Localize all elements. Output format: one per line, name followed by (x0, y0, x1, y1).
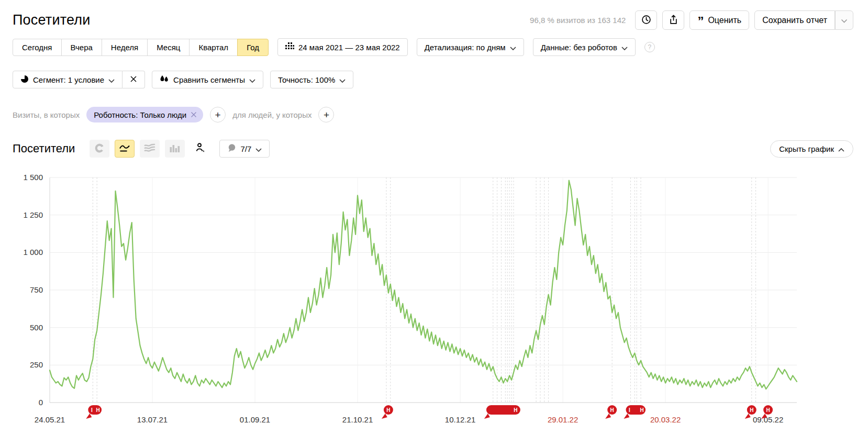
svg-text:Н: Н (750, 407, 753, 413)
date-range-button[interactable]: 24 мая 2021 — 23 мая 2022 (277, 38, 408, 56)
compare-segments-dropdown[interactable]: Сравнить сегменты (152, 71, 263, 88)
pie-segment-icon (20, 75, 29, 85)
period-tab-3[interactable]: Неделя (102, 39, 148, 56)
segment-row: Сегмент: 1 условие Сравнить сегменты Точ… (0, 71, 868, 88)
chart-svg: 02505007501 0001 2501 50024.05.2113.07.2… (0, 171, 868, 429)
columns-chart-icon (170, 144, 180, 154)
period-tab-1[interactable]: Сегодня (13, 39, 62, 56)
stacked-area-type-button[interactable] (140, 140, 160, 158)
chevron-up-icon (838, 144, 844, 153)
chevron-down-icon (621, 43, 628, 52)
feedback-quotes-icon: ” (697, 19, 704, 24)
chart-header-row: Посетители (0, 140, 868, 158)
accuracy-dropdown[interactable]: Точность: 100% (270, 71, 353, 88)
visitors-map-button[interactable] (190, 140, 210, 158)
svg-text:1 250: 1 250 (23, 210, 43, 219)
svg-text:250: 250 (30, 360, 43, 369)
line-chart-type-button[interactable] (115, 140, 135, 158)
svg-text:І: І (91, 407, 93, 413)
stacked-area-icon (144, 143, 155, 154)
help-icon[interactable]: ? (644, 42, 655, 52)
for-people-label: для людей, у которых (232, 110, 311, 119)
svg-text:09.05.22: 09.05.22 (753, 415, 783, 424)
speech-bubble-icon (227, 144, 236, 154)
date-range-label: 24 мая 2021 — 23 мая 2022 (298, 43, 400, 52)
rate-button-label: Оценить (708, 16, 741, 25)
svg-text:20.03.22: 20.03.22 (650, 415, 681, 424)
accuracy-label: Точность: 100% (278, 75, 335, 84)
svg-text:24.05.21: 24.05.21 (35, 415, 65, 424)
save-report-button[interactable]: Сохранить отчет (754, 10, 835, 30)
detalization-dropdown[interactable]: Детализация: по дням (417, 38, 524, 56)
rate-button[interactable]: ” Оценить (689, 10, 749, 30)
svg-text:21.10.21: 21.10.21 (342, 415, 373, 424)
close-icon (130, 75, 137, 84)
data-mode-dropdown[interactable]: Данные: без роботов (533, 38, 636, 56)
period-tab-2[interactable]: Вчера (61, 39, 102, 56)
period-tab-5[interactable]: Квартал (189, 39, 238, 56)
columns-chart-type-button[interactable] (165, 140, 185, 158)
drops-compare-icon (160, 75, 169, 85)
svg-text:Н: Н (766, 407, 770, 413)
robotness-filter-pill[interactable]: Роботность: Только люди (86, 107, 203, 122)
svg-text:1 000: 1 000 (23, 248, 43, 257)
detalization-label: Детализация: по дням (425, 43, 506, 52)
svg-text:1 500: 1 500 (23, 173, 43, 182)
visitors-report-page: Посетители 96,8 % визитов из 163 142 ” О… (0, 0, 868, 446)
svg-text:Н: Н (386, 407, 390, 413)
svg-text:500: 500 (30, 323, 43, 332)
chevron-down-icon (339, 75, 346, 84)
top-bar-actions: 96,8 % визитов из 163 142 ” Оценить Сохр… (530, 10, 853, 30)
period-tabs: СегодняВчераНеделяМесяцКварталГод (13, 39, 269, 56)
svg-text:Н: Н (640, 407, 643, 413)
save-report-menu-button[interactable] (835, 10, 853, 30)
history-button[interactable] (635, 10, 657, 30)
sampling-stats: 96,8 % визитов из 163 142 (530, 16, 626, 25)
svg-text:Н: Н (96, 407, 100, 413)
hide-chart-label: Скрыть график (779, 144, 834, 153)
visits-in-which-label: Визиты, в которых (13, 110, 80, 119)
svg-text:Н: Н (514, 407, 517, 413)
segment-dropdown[interactable]: Сегмент: 1 условие (13, 71, 123, 88)
add-visit-condition-button[interactable]: + (210, 107, 226, 122)
segment-split-button: Сегмент: 1 условие (13, 71, 145, 88)
chevron-down-icon (108, 75, 115, 84)
svg-text:29.01.22: 29.01.22 (548, 415, 578, 424)
compare-segments-label: Сравнить сегменты (173, 75, 245, 84)
filters-row: Визиты, в которых Роботность: Только люд… (0, 107, 868, 122)
visitors-line-chart[interactable]: 02505007501 0001 2501 50024.05.2113.07.2… (0, 171, 868, 431)
svg-text:13.07.21: 13.07.21 (137, 415, 168, 424)
chevron-down-icon (841, 16, 848, 25)
remove-filter-icon[interactable] (191, 112, 197, 118)
donut-chart-type-button[interactable] (90, 140, 109, 158)
period-tab-4[interactable]: Месяц (147, 39, 190, 56)
segment-clear-button[interactable] (123, 71, 145, 88)
person-pin-icon (196, 143, 205, 154)
svg-text:І: І (629, 407, 630, 413)
notes-counter: 7/7 (240, 144, 251, 153)
period-tab-6[interactable]: Год (237, 39, 269, 56)
top-bar: Посетители 96,8 % визитов из 163 142 ” О… (0, 0, 868, 30)
toolbar-row: СегодняВчераНеделяМесяцКварталГод 24 мая… (0, 38, 868, 56)
robotness-filter-label: Роботность: Только люди (94, 110, 186, 119)
svg-text:10.12.21: 10.12.21 (445, 415, 475, 424)
svg-text:01.09.21: 01.09.21 (240, 415, 270, 424)
export-button[interactable] (662, 10, 684, 30)
svg-text:Н: Н (610, 407, 614, 413)
chart-title: Посетители (13, 142, 75, 155)
notes-dropdown[interactable]: 7/7 (219, 140, 270, 158)
add-people-condition-button[interactable]: + (318, 107, 334, 122)
save-report-split-button: Сохранить отчет (754, 10, 853, 30)
calendar-grid-icon (285, 42, 294, 52)
page-title: Посетители (13, 12, 91, 28)
clock-icon (641, 15, 651, 26)
chevron-down-icon (249, 75, 255, 84)
segment-label: Сегмент: 1 условие (33, 75, 104, 84)
data-mode-label: Данные: без роботов (541, 43, 617, 52)
chevron-down-icon (510, 43, 516, 52)
chevron-down-icon (255, 144, 262, 153)
svg-text:750: 750 (30, 285, 43, 294)
share-icon (669, 15, 678, 26)
line-chart-icon (119, 143, 130, 154)
hide-chart-button[interactable]: Скрыть график (770, 140, 853, 158)
